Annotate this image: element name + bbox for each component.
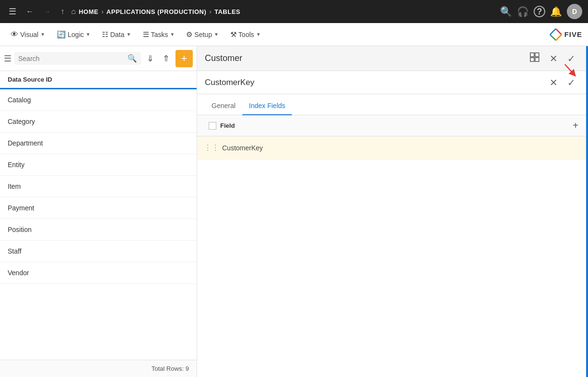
menu-icon[interactable]: ☰ — [6, 4, 19, 19]
fields-table-header: Field + — [197, 115, 586, 136]
visual-label: Visual — [20, 31, 38, 38]
left-list: Catalog Category Department Entity Item … — [0, 89, 197, 360]
tasks-label: Tasks — [151, 31, 168, 38]
list-item[interactable]: Staff — [0, 241, 197, 262]
breadcrumb-applications[interactable]: APPLICATIONS (PRODUCTION) — [106, 8, 206, 15]
search-icon: 🔍 — [127, 54, 137, 63]
index-editor-check-btn[interactable]: ✓ — [564, 75, 578, 90]
left-list-header: Data Source ID — [0, 71, 197, 89]
fields-table: Field + ⋮⋮ CustomerKey — [197, 115, 586, 377]
svg-marker-0 — [550, 29, 562, 40]
breadcrumb-home[interactable]: HOME — [79, 8, 99, 15]
search-input[interactable] — [18, 55, 127, 62]
svg-rect-4 — [535, 58, 539, 61]
visual-menu[interactable]: 👁 Visual ▼ — [6, 27, 50, 42]
five-logo: FIVE — [549, 28, 582, 41]
tools-menu[interactable]: ⚒ Tools ▼ — [225, 27, 266, 42]
svg-rect-3 — [530, 58, 534, 61]
data-menu[interactable]: ☷ Data ▼ — [97, 27, 136, 42]
tab-general[interactable]: General — [205, 97, 242, 115]
five-logo-text: FIVE — [564, 30, 582, 38]
right-header-check-btn[interactable]: ✓ — [564, 51, 578, 66]
search-wrap: 🔍 — [14, 52, 141, 65]
index-editor-close-btn[interactable]: ✕ — [547, 75, 561, 90]
breadcrumb-tables[interactable]: TABLES — [214, 8, 240, 15]
filter-icon[interactable]: ☰ — [4, 53, 12, 64]
tabs-bar: General Index Fields — [197, 94, 586, 115]
avatar[interactable]: D — [567, 4, 582, 19]
left-footer: Total Rows: 9 — [0, 360, 197, 377]
setup-label: Setup — [194, 31, 212, 38]
list-item[interactable]: Position — [0, 219, 197, 241]
left-panel: ☰ 🔍 ⇓ ⇑ + Data Source ID Catalog Categor… — [0, 46, 197, 377]
grid-icon — [529, 52, 540, 62]
forward-button[interactable]: → — [40, 5, 54, 18]
breadcrumb: ⌂ HOME › APPLICATIONS (PRODUCTION) › TAB… — [71, 7, 496, 16]
list-item[interactable]: Category — [0, 111, 197, 133]
search-topbar-icon[interactable]: 🔍 — [500, 6, 512, 17]
index-editor-header: CustomerKey ✕ ✓ — [197, 71, 586, 94]
breadcrumb-sep1: › — [101, 8, 104, 15]
topbar: ☰ ← → ↑ ⌂ HOME › APPLICATIONS (PRODUCTIO… — [0, 0, 588, 23]
five-logo-icon — [549, 28, 563, 41]
tasks-caret: ▼ — [170, 32, 175, 37]
table-row: ⋮⋮ CustomerKey — [197, 136, 586, 159]
tab-index-fields[interactable]: Index Fields — [242, 97, 292, 115]
tools-label: Tools — [238, 31, 254, 38]
index-editor-title: CustomerKey — [205, 78, 543, 87]
tools-caret: ▼ — [256, 32, 261, 37]
list-item[interactable]: Catalog — [0, 89, 197, 111]
list-item[interactable]: Entity — [0, 154, 197, 176]
help-icon[interactable]: ? — [534, 6, 545, 17]
drag-handle[interactable]: ⋮⋮ — [205, 143, 218, 152]
right-panel: Customer ✕ ✓ CustomerKey ✕ ✓ — [197, 46, 586, 377]
add-field-button[interactable]: + — [573, 120, 578, 131]
upload-button[interactable]: ⇑ — [160, 51, 173, 66]
topbar-right: 🔍 🎧 ? 🔔 D — [500, 4, 582, 19]
up-button[interactable]: ↑ — [58, 5, 67, 18]
index-editor: CustomerKey ✕ ✓ — [197, 71, 586, 377]
main-area: ☰ 🔍 ⇓ ⇑ + Data Source ID Catalog Categor… — [0, 46, 588, 377]
list-item[interactable]: Department — [0, 133, 197, 154]
headset-icon[interactable]: 🎧 — [517, 6, 529, 17]
visual-caret: ▼ — [40, 32, 45, 37]
breadcrumb-sep2: › — [209, 8, 212, 15]
tasks-menu[interactable]: ☰ Tasks ▼ — [138, 27, 180, 42]
svg-rect-1 — [530, 53, 534, 57]
right-header: Customer ✕ ✓ — [197, 46, 586, 71]
field-column-header: Field — [220, 122, 573, 129]
right-header-grid-btn[interactable] — [526, 50, 543, 67]
header-checkbox-area — [205, 122, 220, 130]
customer-title: Customer — [205, 53, 523, 63]
toolbar2: 👁 Visual ▼ 🔄 Logic ▼ ☷ Data ▼ ☰ Tasks ▼ … — [0, 23, 588, 46]
header-checkbox[interactable] — [209, 122, 216, 130]
toolbar2-left: 👁 Visual ▼ 🔄 Logic ▼ ☷ Data ▼ ☰ Tasks ▼ … — [6, 27, 265, 42]
bell-icon[interactable]: 🔔 — [550, 6, 562, 17]
list-item[interactable]: Payment — [0, 197, 197, 219]
setup-caret: ▼ — [214, 32, 219, 37]
logic-menu[interactable]: 🔄 Logic ▼ — [52, 27, 95, 42]
data-caret: ▼ — [126, 32, 131, 37]
download-button[interactable]: ⇓ — [144, 51, 157, 66]
logic-caret: ▼ — [86, 32, 90, 37]
right-border-line — [586, 46, 588, 377]
add-button[interactable]: + — [175, 50, 193, 67]
data-label: Data — [110, 31, 125, 38]
setup-menu[interactable]: ⚙ Setup ▼ — [181, 27, 224, 42]
left-toolbar: ☰ 🔍 ⇓ ⇑ + — [0, 46, 197, 71]
list-item[interactable]: Item — [0, 176, 197, 197]
field-value: CustomerKey — [218, 144, 578, 152]
right-header-close-btn[interactable]: ✕ — [547, 51, 561, 66]
svg-rect-2 — [535, 53, 539, 57]
list-item[interactable]: Vendor — [0, 262, 197, 284]
logic-label: Logic — [68, 31, 84, 38]
back-button[interactable]: ← — [23, 5, 37, 18]
